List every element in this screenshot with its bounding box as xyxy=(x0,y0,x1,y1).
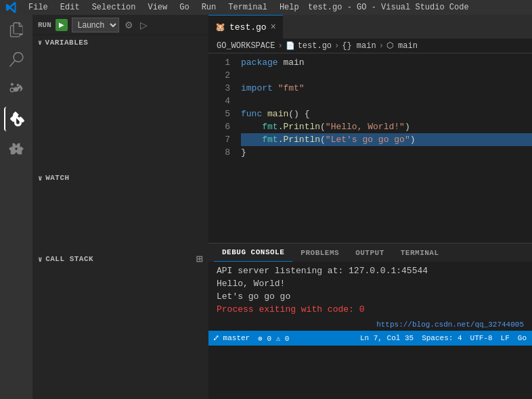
activity-debug-icon[interactable] xyxy=(4,107,28,131)
code-editor[interactable]: 12345678 package mainimport "fmt"func ma… xyxy=(208,53,532,243)
variables-label: VARIABLES xyxy=(45,39,89,47)
activity-search-icon[interactable] xyxy=(4,47,28,72)
tab-debug-console[interactable]: DEBUG CONSOLE xyxy=(214,243,292,262)
window-title: test.go - GO - Visual Studio Code xyxy=(308,3,469,12)
code-content[interactable]: package mainimport "fmt"func main() { fm… xyxy=(236,53,532,243)
breadcrumb-file-icon: 📄 xyxy=(286,41,295,50)
status-errors[interactable]: ⊗ 0 ⚠ 0 xyxy=(258,334,289,343)
callstack-label: CALL STACK xyxy=(45,255,93,263)
activity-bar xyxy=(0,15,32,399)
callstack-add-icon[interactable]: ⊞ xyxy=(196,252,203,266)
callstack-header[interactable]: ∨ CALL STACK ⊞ xyxy=(32,252,208,266)
tab-terminal[interactable]: TERMINAL xyxy=(393,243,447,262)
watch-header[interactable]: ∨ WATCH xyxy=(32,170,208,185)
menu-view[interactable]: View xyxy=(142,1,173,14)
title-bar: File Edit Selection View Go Run Terminal… xyxy=(0,0,532,15)
status-right: Ln 7, Col 35 Spaces: 4 UTF-8 LF Go xyxy=(360,334,527,342)
gear-button[interactable]: ⚙ xyxy=(123,18,135,32)
variables-content xyxy=(32,50,208,170)
tab-test-go[interactable]: 🐹 test.go × xyxy=(208,15,283,39)
console-line: Let's go go go xyxy=(217,290,524,303)
status-bar: ⑇ master ⊗ 0 ⚠ 0 Ln 7, Col 35 Spaces: 4 … xyxy=(208,331,532,346)
play-button[interactable]: ▶ xyxy=(56,19,68,31)
status-encoding[interactable]: UTF-8 xyxy=(470,334,493,342)
code-line-3[interactable]: import "fmt" xyxy=(241,82,532,95)
breadcrumb-sep-3: › xyxy=(379,41,384,51)
watch-content xyxy=(32,185,208,252)
status-ln-col: Ln 7, Col 35 xyxy=(360,334,414,342)
play-outline-button[interactable]: ▷ xyxy=(139,18,149,32)
tab-problems[interactable]: PROBLEMS xyxy=(292,243,347,262)
activity-extensions-icon[interactable] xyxy=(4,137,28,161)
menu-go[interactable]: Go xyxy=(174,1,194,14)
line-numbers: 12345678 xyxy=(208,53,236,243)
callstack-content xyxy=(32,266,208,307)
console-line: Hello, World! xyxy=(217,277,524,290)
status-language[interactable]: Go xyxy=(518,334,527,342)
activity-git-icon[interactable] xyxy=(4,77,28,101)
config-select[interactable]: Launch xyxy=(72,18,119,32)
debug-toolbar: RUN ▶ Launch ⚙ ▷ xyxy=(32,15,208,35)
variables-section: ∨ VARIABLES xyxy=(32,35,208,170)
code-line-2[interactable] xyxy=(241,69,532,82)
variables-header[interactable]: ∨ VARIABLES xyxy=(32,35,208,50)
console-line: API server listening at: 127.0.0.1:45544 xyxy=(217,264,524,277)
sidebar: RUN ▶ Launch ⚙ ▷ ∨ VARIABLES ∨ WA xyxy=(32,15,208,399)
status-git[interactable]: ⑇ master xyxy=(214,334,250,342)
menu-selection[interactable]: Selection xyxy=(87,1,141,14)
menu-edit[interactable]: Edit xyxy=(55,1,85,14)
breadcrumb: GO_WORKSPACE › 📄 test.go › {} main › ⬡ m… xyxy=(208,39,532,53)
tab-label: test.go xyxy=(229,22,267,32)
debug-console-content: API server listening at: 127.0.0.1:45544… xyxy=(208,262,532,331)
status-eol[interactable]: LF xyxy=(501,334,510,342)
tab-close-icon[interactable]: × xyxy=(271,22,276,32)
menu-file[interactable]: File xyxy=(23,1,53,14)
status-left: ⑇ master ⊗ 0 ⚠ 0 xyxy=(214,334,289,343)
watch-chevron-icon: ∨ xyxy=(38,174,43,183)
tab-output[interactable]: OUTPUT xyxy=(347,243,393,262)
breadcrumb-scope2: ⬡ main xyxy=(386,41,418,51)
play-icon: ▶ xyxy=(59,21,64,28)
callstack-section: ∨ CALL STACK ⊞ xyxy=(32,252,208,399)
bottom-panel: DEBUG CONSOLE PROBLEMS OUTPUT TERMINAL A… xyxy=(208,243,532,331)
run-label: RUN xyxy=(38,21,51,29)
code-line-7[interactable]: fmt.Println("Let's go go go") xyxy=(241,133,532,146)
code-line-1[interactable]: package main xyxy=(241,56,532,69)
breadcrumb-scope1: {} main xyxy=(342,41,376,51)
code-line-5[interactable]: func main() { xyxy=(241,108,532,120)
menu-help[interactable]: Help xyxy=(274,1,305,14)
watch-section: ∨ WATCH xyxy=(32,170,208,252)
breadcrumb-sep-2: › xyxy=(334,41,339,51)
main-container: RUN ▶ Launch ⚙ ▷ ∨ VARIABLES ∨ WA xyxy=(0,15,532,399)
variables-chevron-icon: ∨ xyxy=(38,39,43,47)
menu-run[interactable]: Run xyxy=(196,1,222,14)
breadcrumb-file: test.go xyxy=(298,41,332,51)
breadcrumb-sep-1: › xyxy=(278,41,282,51)
menu-terminal[interactable]: Terminal xyxy=(223,1,273,14)
vscode-logo-icon xyxy=(5,1,18,14)
editor-area: 🐹 test.go × GO_WORKSPACE › 📄 test.go › {… xyxy=(208,15,532,399)
code-line-6[interactable]: fmt.Println("Hello, World!") xyxy=(241,120,532,133)
code-line-8[interactable]: } xyxy=(241,146,532,159)
tab-bar: 🐹 test.go × xyxy=(208,15,532,39)
status-spaces[interactable]: Spaces: 4 xyxy=(422,334,462,342)
console-line: Process exiting with code: 0 xyxy=(217,303,524,316)
callstack-chevron-icon: ∨ xyxy=(38,255,43,264)
menu-bar[interactable]: File Edit Selection View Go Run Terminal… xyxy=(5,1,305,14)
activity-explorer-icon[interactable] xyxy=(4,18,28,42)
watch-label: WATCH xyxy=(45,174,70,182)
sidebar-lower: ∨ WATCH ∨ CALL STACK ⊞ xyxy=(32,170,208,399)
breadcrumb-workspace: GO_WORKSPACE xyxy=(217,41,275,51)
watermark-url: https://blog.csdn.net/qq_32744005 xyxy=(217,319,524,331)
code-line-4[interactable] xyxy=(241,95,532,108)
panel-tab-bar: DEBUG CONSOLE PROBLEMS OUTPUT TERMINAL xyxy=(208,243,532,262)
tab-file-icon: 🐹 xyxy=(215,22,225,32)
